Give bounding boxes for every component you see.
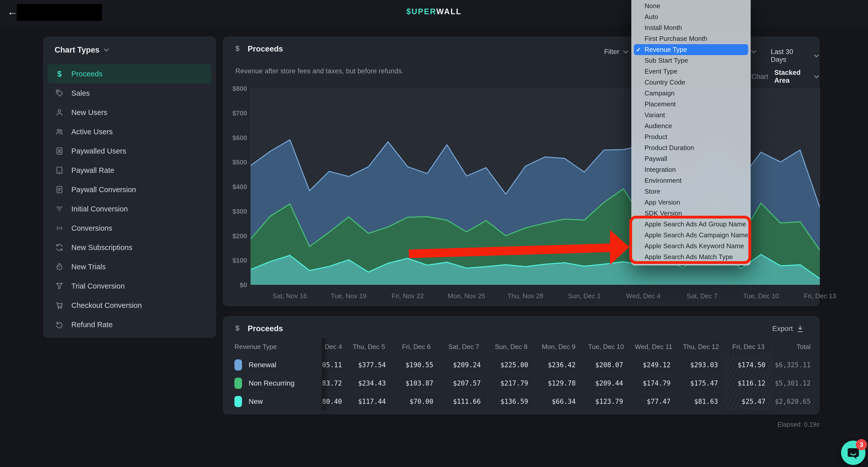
menu-item-install-month[interactable]: Install Month	[634, 22, 748, 33]
notification-badge: 3	[856, 439, 867, 450]
menu-item-country-code[interactable]: Country Code	[634, 77, 748, 88]
chart-types-label: Chart Types	[55, 45, 99, 55]
menu-item-auto[interactable]: Auto	[634, 11, 748, 22]
menu-item-label: Integration	[645, 166, 676, 174]
download-icon	[797, 325, 804, 332]
sidebar-item-initial-conversion[interactable]: Initial Conversion	[48, 199, 212, 219]
y-axis-label: $800	[227, 85, 247, 93]
back-arrow-icon[interactable]: ←	[7, 6, 18, 18]
filter-dropdown[interactable]: Filter	[604, 48, 628, 56]
sidebar-item-label: Active Users	[71, 128, 113, 136]
series-color-swatch	[235, 378, 242, 389]
menu-item-variant[interactable]: Variant	[634, 110, 748, 121]
sidebar-item-paywall-conversion[interactable]: Paywall Conversion	[48, 180, 212, 199]
divider	[43, 62, 216, 62]
menu-item-label: Campaign	[645, 89, 675, 97]
menu-item-apple-search-ads-ad-group-name[interactable]: Apple Search Ads Ad Group Name	[634, 219, 748, 230]
menu-item-label: Revenue Type	[645, 46, 687, 54]
menu-item-label: First Purchase Month	[645, 35, 707, 43]
menu-item-store[interactable]: Store	[634, 186, 748, 197]
table-row-new: New$80.40$117.44$70.00$111.66$136.59$66.…	[223, 392, 819, 410]
x-axis-label: Mon, Nov 25	[448, 292, 485, 300]
menu-item-apple-search-ads-keyword-name[interactable]: Apple Search Ads Keyword Name	[634, 241, 748, 252]
series-label: Renewal	[249, 361, 276, 369]
sidebar-item-trial-conversion[interactable]: Trial Conversion	[48, 276, 212, 296]
menu-item-sub-start-type[interactable]: Sub Start Type	[634, 55, 748, 66]
y-axis-label: $300	[227, 208, 247, 215]
sidebar-item-label: Refund Rate	[71, 321, 113, 329]
group-by-chevron-icon[interactable]	[751, 50, 756, 54]
y-axis-label: $200	[227, 232, 247, 240]
menu-item-apple-search-ads-match-type[interactable]: Apple Search Ads Match Type	[634, 252, 748, 262]
menu-item-label: Apple Search Ads Match Type	[645, 253, 733, 261]
menu-item-event-type[interactable]: Event Type	[634, 66, 748, 77]
sidebar-item-label: Initial Conversion	[71, 205, 128, 213]
column-header-revenue-type: Revenue Type	[223, 338, 322, 356]
rotate-ccw-icon	[55, 320, 64, 329]
menu-item-sdk-version[interactable]: SDK Version	[634, 208, 748, 219]
menu-item-revenue-type[interactable]: ✓Revenue Type	[634, 44, 748, 55]
sidebar-item-label: Trial Conversion	[71, 282, 125, 290]
sidebar-item-label: Paywall Conversion	[71, 186, 136, 194]
series-label: New	[249, 397, 263, 406]
menu-item-label: Auto	[645, 13, 658, 21]
cart-icon	[55, 301, 64, 310]
chevron-down-icon	[623, 50, 628, 54]
sidebar-item-new-subscriptions[interactable]: New Subscriptions	[48, 238, 212, 257]
menu-item-label: Store	[645, 188, 660, 195]
sidebar-item-refund-rate[interactable]: Refund Rate	[48, 315, 212, 334]
chart-panel-title: Proceeds	[248, 44, 283, 54]
menu-item-label: Paywall	[645, 155, 668, 163]
menu-item-app-version[interactable]: App Version	[634, 197, 748, 208]
dashboard: ← $UPERWALL Chart Types $ProceedsSalesNe…	[0, 0, 868, 467]
sidebar-item-conversions[interactable]: Conversions	[48, 219, 212, 238]
x-axis-label: Thu, Nov 28	[507, 292, 544, 300]
menu-item-product[interactable]: Product	[634, 131, 748, 142]
x-axis-label: Fri, Dec 13	[804, 292, 836, 300]
table-row-non-recurring: Non Recurring$183.72$234.43$103.87$207.5…	[223, 374, 819, 392]
sidebar-item-label: New Trials	[71, 263, 106, 271]
sidebar-item-new-trials[interactable]: New Trials	[48, 257, 212, 276]
table-cell: $81.63	[677, 392, 725, 410]
chart-type-label: Chart	[751, 73, 768, 81]
table-cell: $70.00	[392, 392, 440, 410]
menu-item-integration[interactable]: Integration	[634, 164, 748, 175]
sidebar-item-paywalled-users[interactable]: Paywalled Users	[48, 141, 212, 161]
x-axis-label: Sat, Nov 16	[273, 292, 307, 300]
menu-item-first-purchase-month[interactable]: First Purchase Month	[634, 33, 748, 44]
menu-item-product-duration[interactable]: Product Duration	[634, 142, 748, 153]
sidebar-item-proceeds[interactable]: $Proceeds	[48, 64, 212, 84]
sidebar-item-new-users[interactable]: New Users	[48, 103, 212, 122]
menu-item-label: Product	[645, 133, 668, 141]
chart-type-dropdown[interactable]: Chart Stacked Area	[751, 69, 819, 85]
chart-types-header[interactable]: Chart Types	[55, 45, 109, 55]
menu-item-environment[interactable]: Environment	[634, 175, 748, 186]
export-button[interactable]: Export	[772, 325, 804, 333]
menu-item-campaign[interactable]: Campaign	[634, 88, 748, 99]
column-header-mon-dec-9: Mon, Dec 9	[535, 338, 582, 356]
timer-icon	[55, 262, 64, 272]
table-row-renewal: Renewal$305.11$377.54$190.55$209.24$225.…	[223, 356, 819, 374]
menu-item-audience[interactable]: Audience	[634, 121, 748, 131]
chat-widget-button[interactable]: 3	[841, 441, 865, 465]
column-header-thu-dec-12: Thu, Dec 12	[677, 338, 724, 356]
proceeds-table-panel: $ Proceeds Export Revenue TypeWed, Dec 4…	[223, 316, 819, 414]
sidebar-item-checkout-conversion[interactable]: Checkout Conversion	[48, 296, 212, 315]
row-header-renewal: Renewal	[223, 356, 322, 374]
sidebar-item-paywall-rate[interactable]: Paywall Rate	[48, 161, 212, 180]
column-header-thu-dec-5: Thu, Dec 5	[345, 338, 393, 356]
menu-item-paywall[interactable]: Paywall	[634, 153, 748, 164]
elapsed-time: Elapsed: 0.19s	[726, 421, 819, 428]
sidebar-item-sales[interactable]: Sales	[48, 84, 212, 103]
sidebar-item-label: New Users	[71, 108, 107, 117]
sidebar-item-active-users[interactable]: Active Users	[48, 122, 212, 141]
sidebar-item-label: Conversions	[71, 224, 112, 232]
x-axis-label: Tue, Dec 10	[743, 292, 779, 300]
table-cell: $116.12	[724, 374, 772, 392]
menu-item-apple-search-ads-campaign-name[interactable]: Apple Search Ads Campaign Name	[634, 230, 748, 241]
menu-item-none[interactable]: None	[634, 1, 748, 11]
menu-item-placement[interactable]: Placement	[634, 99, 748, 110]
table-cell: $209.44	[582, 374, 630, 392]
table-cell: $249.12	[630, 356, 677, 374]
x-axis-label: Wed, Dec 4	[626, 292, 660, 300]
